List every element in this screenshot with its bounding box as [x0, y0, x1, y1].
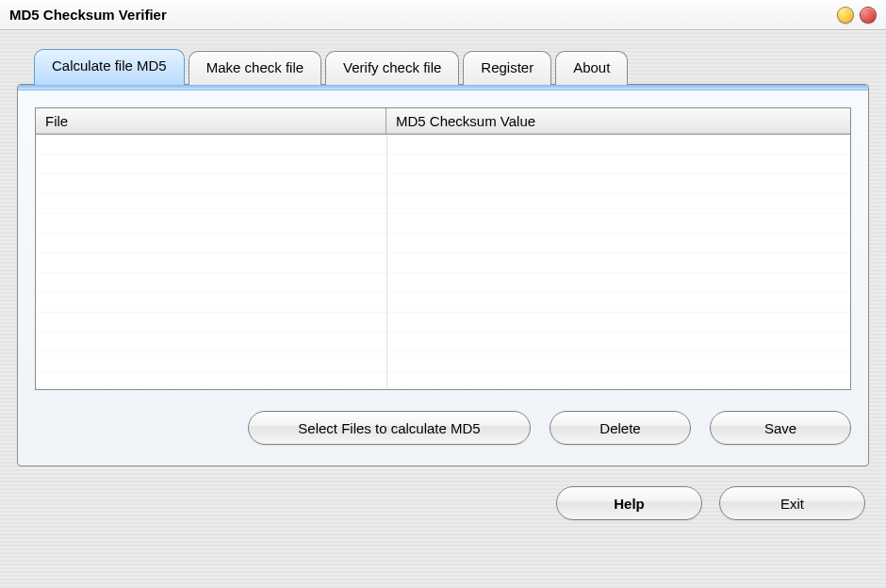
- table-header: File MD5 Checksum Value: [36, 108, 850, 135]
- tab-calculate-file-md5[interactable]: Calculate file MD5: [34, 49, 185, 85]
- button-label: Exit: [780, 496, 804, 512]
- tab-panel: File MD5 Checksum Value Select Files to …: [17, 84, 869, 466]
- panel-buttons: Select Files to calculate MD5 Delete Sav…: [35, 411, 851, 445]
- main-area: Calculate file MD5 Make check file Verif…: [0, 30, 886, 588]
- tab-make-check-file[interactable]: Make check file: [189, 51, 321, 85]
- window-title: MD5 Checksum Verifier: [9, 7, 167, 23]
- tab-label: Verify check file: [343, 59, 441, 75]
- titlebar-controls: [837, 7, 877, 24]
- column-label: File: [45, 113, 68, 129]
- file-table: File MD5 Checksum Value: [35, 107, 851, 390]
- tab-label: Make check file: [206, 59, 304, 75]
- button-label: Help: [614, 496, 645, 512]
- close-button[interactable]: [860, 7, 877, 24]
- tab-label: Calculate file MD5: [52, 57, 167, 74]
- tab-about[interactable]: About: [555, 51, 628, 85]
- app-window: MD5 Checksum Verifier Calculate file MD5…: [0, 0, 886, 588]
- tab-verify-check-file[interactable]: Verify check file: [325, 51, 459, 85]
- tab-label: Register: [481, 59, 533, 75]
- exit-button[interactable]: Exit: [719, 486, 865, 520]
- column-label: MD5 Checksum Value: [396, 113, 535, 129]
- button-label: Delete: [599, 420, 640, 436]
- button-label: Save: [764, 420, 796, 436]
- column-header-file[interactable]: File: [36, 108, 386, 134]
- select-files-button[interactable]: Select Files to calculate MD5: [248, 411, 531, 445]
- delete-button[interactable]: Delete: [550, 411, 691, 445]
- table-body[interactable]: [36, 135, 850, 389]
- tab-label: About: [573, 59, 610, 75]
- button-label: Select Files to calculate MD5: [298, 420, 480, 436]
- footer-buttons: Help Exit: [17, 486, 869, 520]
- minimize-button[interactable]: [837, 7, 854, 24]
- titlebar: MD5 Checksum Verifier: [0, 0, 886, 30]
- save-button[interactable]: Save: [710, 411, 851, 445]
- panel-body: File MD5 Checksum Value Select Files to …: [18, 90, 868, 466]
- tab-register[interactable]: Register: [463, 51, 551, 85]
- column-header-md5[interactable]: MD5 Checksum Value: [386, 108, 850, 134]
- tabstrip: Calculate file MD5 Make check file Verif…: [34, 49, 869, 85]
- help-button[interactable]: Help: [556, 486, 702, 520]
